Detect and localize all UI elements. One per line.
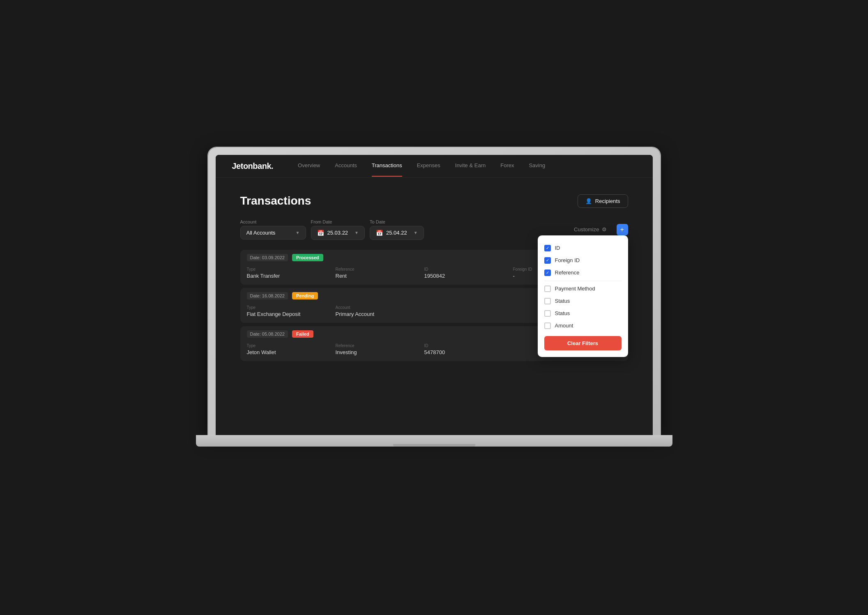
nav-item-expenses[interactable]: Expenses: [417, 162, 440, 170]
panel-label-status-1: Status: [555, 298, 570, 304]
tx-account-2: Account Primary Account: [336, 305, 418, 317]
account-select[interactable]: All Accounts ▼: [240, 226, 306, 240]
gear-icon: ⚙: [602, 226, 607, 233]
checkbox-status-2[interactable]: [544, 310, 551, 317]
panel-item-reference[interactable]: ✓ Reference: [544, 267, 622, 279]
customize-label: Customize: [574, 226, 599, 233]
panel-item-foreign-id[interactable]: ✓ Foreign ID: [544, 254, 622, 267]
from-date-filter-group: From Date 📅 25.03.22 ▼: [311, 219, 365, 240]
to-date-picker[interactable]: 📅 25.04.22 ▼: [370, 226, 424, 240]
page-title: Transactions: [240, 194, 311, 207]
transaction-date-3: Date: 05.08.2022: [247, 330, 288, 338]
checkbox-reference[interactable]: ✓: [544, 269, 551, 276]
from-date-picker[interactable]: 📅 25.03.22 ▼: [311, 226, 365, 240]
logo: Jetonbank.: [232, 161, 274, 171]
tx-type-2: Type Fiat Exchange Deposit: [247, 305, 329, 317]
from-date-label: From Date: [311, 219, 365, 224]
status-badge-3: Failed: [292, 330, 313, 338]
checkbox-amount[interactable]: [544, 322, 551, 329]
tx-reference-3: Reference Investing: [336, 343, 418, 355]
account-value: All Accounts: [246, 230, 276, 236]
to-date-label: To Date: [370, 219, 424, 224]
panel-label-reference: Reference: [555, 269, 580, 276]
account-label: Account: [240, 219, 306, 224]
nav-item-accounts[interactable]: Accounts: [335, 162, 357, 170]
nav-item-invite-earn[interactable]: Invite & Earn: [455, 162, 486, 170]
from-date-value: 25.03.22: [327, 230, 348, 236]
tx-reference-1: Reference Rent: [336, 267, 418, 279]
checkbox-payment-method[interactable]: [544, 286, 551, 292]
add-filter-button[interactable]: +: [617, 224, 628, 235]
checkbox-status-1[interactable]: [544, 298, 551, 304]
panel-label-status-2: Status: [555, 310, 570, 316]
panel-label-payment-method: Payment Method: [555, 286, 595, 292]
panel-item-status-1[interactable]: Status: [544, 295, 622, 307]
calendar-icon: 📅: [317, 230, 324, 236]
page-header: Transactions 👤 Recipients: [240, 194, 628, 208]
tx-type-3: Type Jeton Wallet: [247, 343, 329, 355]
customize-button[interactable]: Customize ⚙: [569, 223, 611, 236]
to-date-value: 25.04.22: [386, 230, 407, 236]
panel-label-foreign-id: Foreign ID: [555, 257, 580, 263]
panel-label-id: ID: [555, 245, 560, 251]
tx-type-1: Type Bank Transfer: [247, 267, 329, 279]
customize-panel: ✓ ID ✓ Foreign ID ✓ Reference: [538, 235, 628, 357]
chevron-down-icon-3: ▼: [414, 230, 418, 235]
top-navigation: Jetonbank. Overview Accounts Transaction…: [216, 155, 653, 178]
nav-item-forex[interactable]: Forex: [500, 162, 514, 170]
calendar-icon-2: 📅: [376, 230, 383, 236]
nav-items: Overview Accounts Transactions Expenses …: [298, 162, 545, 170]
status-badge-2: Pending: [292, 292, 318, 299]
transaction-date-2: Date: 16.08.2022: [247, 292, 288, 299]
status-badge-1: Processed: [292, 254, 323, 261]
panel-label-amount: Amount: [555, 322, 573, 329]
account-filter-group: Account All Accounts ▼: [240, 219, 306, 240]
recipients-icon: 👤: [585, 198, 592, 204]
main-content: Transactions 👤 Recipients Account All Ac…: [216, 178, 653, 435]
checkbox-id[interactable]: ✓: [544, 245, 551, 251]
panel-item-amount[interactable]: Amount: [544, 320, 622, 332]
nav-item-transactions[interactable]: Transactions: [372, 162, 402, 170]
chevron-down-icon-2: ▼: [355, 230, 359, 235]
laptop-base: [196, 435, 672, 447]
recipients-button[interactable]: 👤 Recipients: [578, 194, 628, 208]
transaction-date-1: Date: 03.09.2022: [247, 254, 288, 261]
plus-icon: +: [620, 226, 624, 233]
to-date-filter-group: To Date 📅 25.04.22 ▼: [370, 219, 424, 240]
tx-id-3: ID 5478700: [424, 343, 507, 355]
chevron-down-icon: ▼: [296, 230, 300, 235]
panel-item-payment-method[interactable]: Payment Method: [544, 283, 622, 295]
tx-id-1: ID 1950842: [424, 267, 507, 279]
checkbox-foreign-id[interactable]: ✓: [544, 257, 551, 264]
panel-item-id[interactable]: ✓ ID: [544, 242, 622, 254]
nav-item-saving[interactable]: Saving: [529, 162, 545, 170]
clear-filters-button[interactable]: Clear Filters: [544, 336, 622, 350]
nav-item-overview[interactable]: Overview: [298, 162, 320, 170]
panel-item-status-2[interactable]: Status: [544, 307, 622, 320]
